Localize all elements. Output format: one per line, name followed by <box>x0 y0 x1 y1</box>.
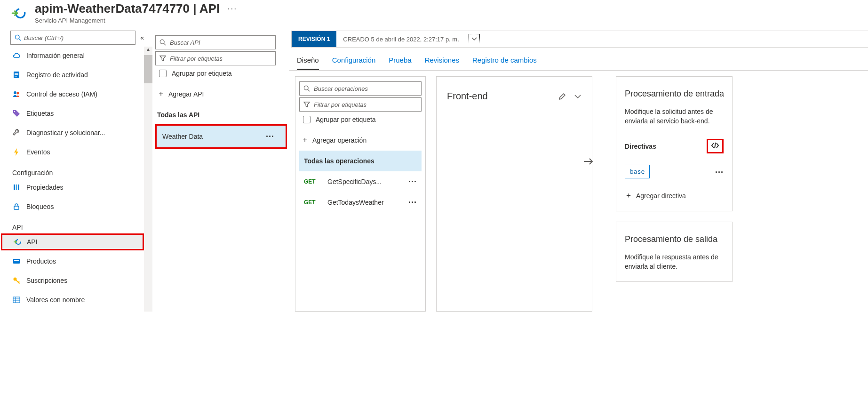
tab-config[interactable]: Configuración <box>332 52 376 70</box>
base-policy-chip[interactable]: base <box>625 165 650 178</box>
group-by-tag-input[interactable] <box>159 70 167 77</box>
revision-bar: REVISIÓN 1 CREADO 5 de abril de 2022, 2:… <box>291 31 868 48</box>
lightning-icon <box>12 148 21 156</box>
operation-name-label: GetSpecificDays... <box>327 178 382 185</box>
tab-changelog[interactable]: Registro de cambios <box>472 52 537 70</box>
operation-name-label: GetTodaysWeather <box>327 199 384 206</box>
tab-design[interactable]: Diseño <box>297 52 319 70</box>
sidebar-item-label: Valores con nombre <box>26 296 85 304</box>
sidebar-item-locks[interactable]: Bloqueos <box>10 198 144 215</box>
sidebar-item-label: Eventos <box>26 148 50 156</box>
operation-more-icon[interactable]: ··· <box>408 198 417 208</box>
left-nav: Buscar (Ctrl+/) « ▲ Información general … <box>0 31 146 312</box>
collapse-nav-icon[interactable]: « <box>140 34 144 41</box>
edit-icon[interactable] <box>558 92 566 101</box>
ops-group-by-tag-input[interactable] <box>303 116 311 123</box>
plus-icon: ＋ <box>157 89 165 99</box>
svg-point-8 <box>17 92 19 95</box>
operations-filter-input[interactable]: Filtrar por etiquetas <box>299 97 422 112</box>
svg-rect-4 <box>15 73 18 74</box>
frontend-panel: Front-end <box>436 76 592 312</box>
api-name-label: Weather Data <box>162 133 203 140</box>
sidebar-item-label: Etiquetas <box>26 110 54 117</box>
revision-created-label: CREADO 5 de abril de 2022, 2:27:17 p. m. <box>336 36 465 43</box>
operations-panel: Buscar operaciones Filtrar por etiquetas… <box>295 76 426 312</box>
svg-point-24 <box>304 86 308 90</box>
filter-icon <box>159 55 166 62</box>
sidebar-item-activity-log[interactable]: Registro de actividad <box>10 66 144 83</box>
sidebar-item-api[interactable]: API <box>1 233 144 250</box>
api-icon <box>13 238 21 246</box>
sidebar-item-overview[interactable]: Información general <box>10 47 144 64</box>
sidebar-item-diagnose[interactable]: Diagnosticar y solucionar... <box>10 124 144 141</box>
sidebar-item-label: Bloqueos <box>26 203 54 210</box>
activity-log-icon <box>12 71 21 79</box>
operations-search-input[interactable]: Buscar operaciones <box>299 81 422 96</box>
svg-rect-13 <box>14 206 19 209</box>
all-apis-label[interactable]: Todas las API <box>157 111 287 119</box>
sidebar-scrollbar[interactable]: ▲ <box>144 47 152 312</box>
api-detail-panel: REVISIÓN 1 CREADO 5 de abril de 2022, 2:… <box>289 31 868 312</box>
sidebar-item-products[interactable]: Productos <box>10 253 144 270</box>
api-search-placeholder: Buscar API <box>170 39 200 46</box>
grid-icon <box>12 296 21 304</box>
more-actions-icon[interactable]: ··· <box>227 4 237 14</box>
filter-icon <box>303 101 310 108</box>
sidebar-item-label: Control de acceso (IAM) <box>26 90 97 98</box>
code-editor-button[interactable] <box>707 139 724 153</box>
people-icon <box>12 90 21 98</box>
svg-rect-18 <box>13 297 20 303</box>
revision-dropdown-icon[interactable] <box>469 34 480 44</box>
sidebar-item-iam[interactable]: Control de acceso (IAM) <box>10 86 144 103</box>
search-icon <box>15 34 21 41</box>
sidebar-item-events[interactable]: Eventos <box>10 144 144 160</box>
sidebar-item-named-values[interactable]: Valores con nombre <box>10 291 144 308</box>
operation-item[interactable]: GET GetTodaysWeather ··· <box>299 192 422 213</box>
plus-icon: ＋ <box>625 191 632 200</box>
svg-line-23 <box>164 43 166 45</box>
products-icon <box>12 257 21 265</box>
api-search-input[interactable]: Buscar API <box>155 35 276 49</box>
sidebar-search-placeholder: Buscar (Ctrl+/) <box>24 34 64 41</box>
svg-line-2 <box>19 39 21 40</box>
operation-item[interactable]: GET GetSpecificDays... ··· <box>299 171 422 192</box>
revision-badge[interactable]: REVISIÓN 1 <box>292 31 336 47</box>
tab-test[interactable]: Prueba <box>389 52 411 70</box>
tab-revisions[interactable]: Revisiones <box>425 52 459 70</box>
svg-rect-6 <box>15 76 17 77</box>
sidebar-item-label: API <box>27 238 38 246</box>
all-operations-item[interactable]: Todas las operaciones <box>299 151 422 171</box>
base-policy-more-icon[interactable]: ··· <box>715 168 724 177</box>
sidebar-search-input[interactable]: Buscar (Ctrl+/) <box>10 31 135 45</box>
sidebar-item-properties[interactable]: Propiedades <box>10 179 144 196</box>
chevron-down-icon[interactable] <box>574 94 581 99</box>
sidebar-section-api: API <box>10 224 144 231</box>
api-list-panel: Buscar API Filtrar por etiquetas Agrupar… <box>146 31 287 312</box>
svg-rect-5 <box>15 74 18 75</box>
key-icon <box>12 276 21 285</box>
add-directive-button[interactable]: ＋ Agregar directiva <box>625 191 724 200</box>
sidebar-item-subscriptions[interactable]: Suscripciones <box>10 272 144 289</box>
svg-rect-10 <box>14 184 15 190</box>
svg-line-25 <box>308 89 310 91</box>
svg-rect-12 <box>18 184 19 190</box>
service-type-label: Servicio API Management <box>35 17 237 24</box>
detail-tabs: Diseño Configuración Prueba Revisiones R… <box>289 52 868 71</box>
api-filter-input[interactable]: Filtrar por etiquetas <box>155 51 276 65</box>
sidebar-item-tags[interactable]: Etiquetas <box>10 105 144 122</box>
wrench-icon <box>12 128 21 137</box>
ops-group-by-tag-checkbox[interactable]: Agrupar por etiqueta <box>301 114 420 125</box>
svg-rect-15 <box>13 259 20 264</box>
group-by-tag-checkbox[interactable]: Agrupar por etiqueta <box>157 68 285 79</box>
api-item-more-icon[interactable]: ··· <box>266 132 274 142</box>
api-list-item-weather[interactable]: Weather Data ··· <box>157 126 286 147</box>
add-api-button[interactable]: ＋ Agregar API <box>157 89 285 99</box>
svg-point-7 <box>14 91 16 94</box>
properties-icon <box>12 183 21 192</box>
add-operation-button[interactable]: ＋ Agregar operación <box>301 135 420 145</box>
ops-group-by-tag-label: Agrupar por etiqueta <box>316 116 376 123</box>
add-api-label: Agregar API <box>168 90 204 98</box>
operation-more-icon[interactable]: ··· <box>408 177 417 187</box>
inbound-title: Procesamiento de entrada <box>625 89 724 99</box>
sidebar-section-config: Configuración <box>10 169 144 176</box>
